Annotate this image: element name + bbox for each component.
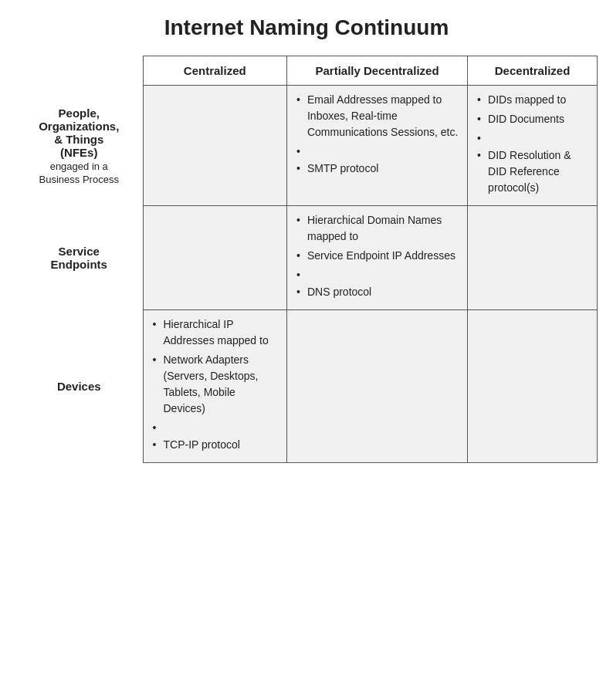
list-item-2-centralized-2: TCP-IP protocol	[150, 437, 280, 453]
cell-2-centralized: Hierarchical IP Addresses mapped toNetwo…	[143, 310, 286, 463]
list-item-0-partially-1: SMTP protocol	[293, 161, 461, 177]
cell-0-decentralized: DIDs mapped toDID Documents DID Resoluti…	[468, 86, 598, 206]
list-item-1-partially-1: Service Endpoint IP Addresses	[293, 248, 461, 264]
cell-0-centralized	[143, 86, 286, 206]
cell-2-partially	[286, 310, 467, 463]
page-title: Internet Naming Continuum	[15, 15, 598, 40]
col-header-blank	[15, 56, 143, 86]
cell-1-centralized	[143, 206, 286, 310]
col-header-centralized: Centralized	[143, 56, 286, 86]
cell-2-decentralized	[468, 310, 598, 463]
cell-0-partially: Email Addresses mapped to Inboxes, Real-…	[286, 86, 467, 206]
list-item-1-partially-2: DNS protocol	[293, 284, 461, 300]
list-item-0-decentralized-2: DID Resolution & DID Reference protocol(…	[474, 147, 591, 196]
spacer-0-decentralized-2	[474, 130, 591, 144]
spacer-1-partially-2	[293, 267, 461, 281]
spacer-2-centralized-2	[150, 420, 280, 434]
row-header-1: ServiceEndpoints	[15, 206, 143, 310]
list-item-1-partially-0: Hierarchical Domain Names mapped to	[293, 212, 461, 245]
list-item-0-decentralized-1: DID Documents	[474, 111, 591, 127]
row-header-2: Devices	[15, 310, 143, 463]
list-item-2-centralized-0: Hierarchical IP Addresses mapped to	[150, 316, 280, 349]
list-item-0-partially-0: Email Addresses mapped to Inboxes, Real-…	[293, 92, 461, 140]
main-table: Centralized Partially Decentralized Dece…	[15, 56, 598, 463]
row-header-0: People,Organizations,& Things(NFEs)engag…	[15, 86, 143, 206]
cell-1-partially: Hierarchical Domain Names mapped toServi…	[286, 206, 467, 310]
cell-1-decentralized	[468, 206, 598, 310]
list-item-0-decentralized-0: DIDs mapped to	[474, 92, 591, 108]
list-item-2-centralized-1: Network Adapters (Servers, Desktops, Tab…	[150, 352, 280, 417]
table-wrapper: Centralized Partially Decentralized Dece…	[15, 56, 598, 463]
col-header-partially: Partially Decentralized	[286, 56, 467, 86]
col-header-decentralized: Decentralized	[468, 56, 598, 86]
spacer-0-partially-1	[293, 144, 461, 157]
